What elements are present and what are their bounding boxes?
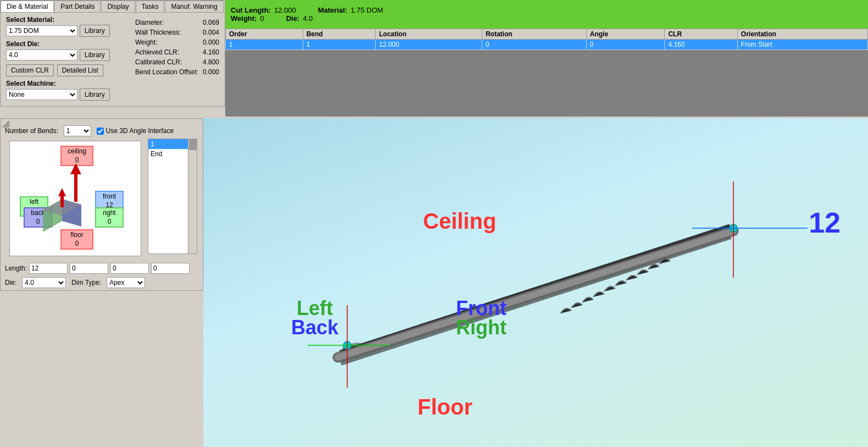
front-label: front [98,192,120,201]
bend-location-offset-value: 0.000 [203,68,219,76]
wall-thickness-value: 0.004 [203,29,219,36]
cell-angle: 0 [586,40,665,50]
die-item: Die: 4.0 [286,14,313,23]
dim-type-select[interactable]: Apex [107,277,145,288]
viewport-floor-label: Floor [418,395,472,420]
info-weight-value: 0 [260,14,264,23]
svg-marker-8 [58,188,66,196]
info-bar-row2: Weight: 0 Die: 4.0 [231,14,863,23]
material-library-button[interactable]: Library [80,25,110,37]
segment-scrollbar[interactable] [188,139,197,253]
cut-length-value: 12.000 [274,6,296,14]
floor-box[interactable]: floor 0 [60,229,93,250]
segment-list-panel: 1End [148,139,197,254]
floor-value: 0 [64,240,90,249]
machine-library-button[interactable]: Library [80,89,110,101]
pipe-svg [203,118,868,447]
resize-icon[interactable] [2,120,10,129]
viewport[interactable]: Ceiling Floor Left Back Front Right 12 [203,118,868,447]
material-select[interactable]: 1.75 DOM [6,25,77,36]
bottom-left-panel: Number of Bends: 1 Use 3D Angle Interfac… [0,118,203,291]
cell-order: 1 [226,40,303,50]
diameter-row: Diameter: 0.069 [135,19,219,26]
bend-location-offset-label: Bend Location Offset: [135,68,203,76]
wall-thickness-row: Wall Thickness: 0.004 [135,29,219,36]
viewport-number-label: 12 [809,206,841,239]
svg-line-1 [5,123,9,128]
col-angle: Angle [586,29,665,40]
right-label: right [98,209,120,218]
weight-item: Weight: 0 [231,14,264,23]
specs-panel: Diameter: 0.069 Wall Thickness: 0.004 We… [132,15,222,81]
cell-bend: 1 [303,40,375,50]
floor-label: floor [64,231,90,240]
machine-select[interactable]: None [6,89,77,100]
tab-display[interactable]: Display [101,1,135,12]
bends-label: Number of Bends: [5,127,58,135]
table-row[interactable]: 1112.000004.160From Start [226,40,868,50]
svg-marker-3 [70,163,81,174]
use-3d-label: Use 3D Angle Interface [106,127,174,135]
detailed-list-button[interactable]: Detailed List [57,64,103,76]
col-orientation: Orientation [737,29,867,40]
col-location: Location [376,29,482,40]
wall-thickness-label: Wall Thickness: [135,29,203,36]
col-bend: Bend [303,29,375,40]
info-material-label: Material: [318,6,347,14]
achieved-clr-label: Achieved CLR: [135,48,203,56]
tab-bar: Die & Material Part Details Display Task… [1,1,225,13]
cut-length-label: Cut Length: [231,6,271,14]
die-library-button[interactable]: Library [80,49,110,61]
diagram-row: ceiling 0 left 0 front 12 back 0 [5,139,198,258]
length-input-2[interactable] [70,263,108,274]
cell-clr: 4.160 [665,40,737,50]
info-die-label: Die: [286,14,300,23]
bottom-left-header [1,119,203,123]
diameter-label: Diameter: [135,19,203,26]
table-header-row: Order Bend Location Rotation Angle CLR O… [226,29,868,40]
tab-part-details[interactable]: Part Details [54,1,101,12]
cut-length-item: Cut Length: 12.000 [231,6,296,14]
weight-row: Weight: 0.000 [135,38,219,46]
info-bar: Cut Length: 12.000 Material: 1.75 DOM We… [225,0,868,29]
length-row: Length: [5,263,198,274]
die-type-die-label: Die: [5,279,16,286]
bend-table: Order Bend Location Rotation Angle CLR O… [225,29,868,50]
right-box[interactable]: right 0 [95,207,124,228]
info-bar-row1: Cut Length: 12.000 Material: 1.75 DOM [231,6,863,14]
use-3d-checkbox[interactable] [97,128,104,135]
info-die-value: 4.0 [303,14,313,23]
col-clr: CLR [665,29,737,40]
length-input-3[interactable] [110,263,149,274]
pipe-group [308,181,808,388]
bends-select[interactable]: 1 [64,125,91,136]
length-input-1[interactable] [29,263,68,274]
perspective-shape [43,188,98,232]
custom-clr-button[interactable]: Custom CLR [6,64,54,76]
weight-label: Weight: [135,38,203,46]
length-section: Length: Die: 4.0 Dim Type: Apex [1,261,203,290]
svg-line-2 [7,125,9,128]
die-select[interactable]: 4.0 [6,49,77,60]
length-input-4[interactable] [151,263,190,274]
cell-location: 12.000 [376,40,482,50]
die-type-row: Die: 4.0 Dim Type: Apex [5,277,198,288]
weight-value: 0.000 [203,38,219,46]
viewport-ceiling-label: Ceiling [423,209,496,234]
dim-type-label: Dim Type: [71,279,101,286]
tab-tasks[interactable]: Tasks [136,1,165,12]
col-order: Order [226,29,303,40]
tab-die-material[interactable]: Die & Material [1,1,54,12]
tab-manuf-warning[interactable]: Manuf. Warning [165,1,223,12]
cell-rotation: 0 [482,40,586,50]
angle-diagram: ceiling 0 left 0 front 12 back 0 [9,141,141,256]
viewport-right-label: Right [456,316,507,339]
viewport-back-label: Back [291,316,338,339]
bends-row: Number of Bends: 1 Use 3D Angle Interfac… [1,123,203,139]
svg-rect-9 [60,196,64,207]
right-value: 0 [98,218,120,227]
calibrated-clr-row: Calibrated CLR: 4.800 [135,58,219,66]
die-type-die-select[interactable]: 4.0 [22,277,66,288]
achieved-clr-row: Achieved CLR: 4.160 [135,48,219,56]
left-label: left [23,198,45,207]
